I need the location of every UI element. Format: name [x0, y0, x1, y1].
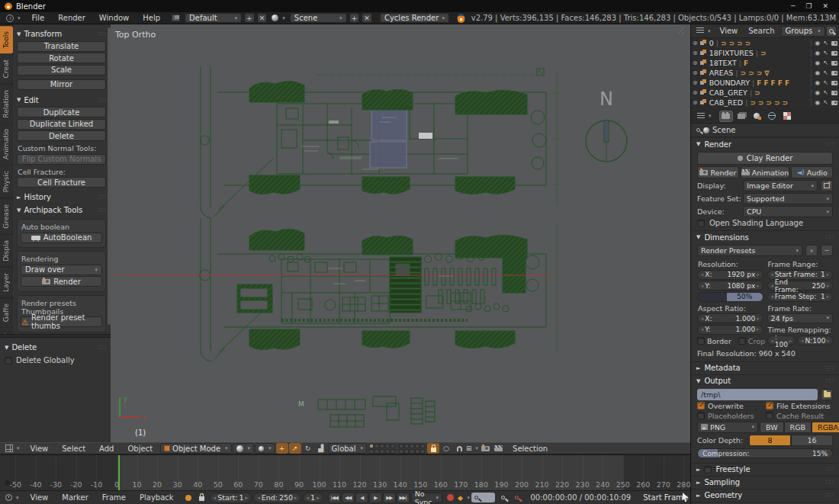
frame-rate-dropdown[interactable]: 24 fps▾ — [767, 313, 834, 323]
render-button[interactable]: Render — [697, 166, 739, 178]
animation-button[interactable]: Animation — [741, 166, 789, 178]
lock-time-button[interactable] — [196, 493, 208, 503]
menu-help[interactable]: Help — [136, 14, 167, 22]
duplicate-linked-button[interactable]: Duplicate Linked — [17, 119, 106, 130]
resolution-percentage-slider[interactable]: 50% — [697, 292, 763, 302]
tab-relation[interactable]: Relation — [0, 85, 13, 124]
layer-12[interactable] — [404, 444, 409, 448]
layer-7[interactable] — [374, 449, 379, 454]
eye-icon[interactable]: ◉ — [815, 89, 820, 96]
outliner-row[interactable]: ⊕AREAS|⊃⊃⊃∇◉↖ — [691, 68, 839, 78]
menu-window[interactable]: Window — [92, 14, 136, 22]
panel-header-archipack[interactable]: ▼Archipack Tools∷∷ — [17, 204, 106, 216]
menu-view[interactable]: View — [715, 27, 744, 35]
delete-keyframe-button[interactable] — [510, 493, 522, 503]
duplicate-button[interactable]: Duplicate — [17, 107, 106, 117]
expand-icon[interactable]: ⊕ — [693, 89, 698, 96]
depth-8-button[interactable]: 8 — [749, 435, 791, 446]
insert-keyframe-button[interactable] — [497, 493, 509, 503]
current-frame-marker[interactable] — [118, 455, 120, 490]
remap-new-field[interactable]: ◂N:100▸ — [797, 335, 833, 345]
tab-layer[interactable]: Layer — [0, 268, 13, 297]
manipulator-rotate-button[interactable]: ↻ — [302, 443, 314, 454]
scene-selector[interactable]: Scene▾ — [290, 13, 347, 23]
tab-world[interactable] — [765, 111, 779, 122]
render-preset-thumbs-button[interactable]: ⚠Render preset thumbs — [21, 316, 102, 327]
manipulator-translate-button[interactable]: + — [276, 443, 288, 454]
editor-type-selector[interactable]: ▾ — [2, 445, 23, 452]
tab-gaffe[interactable]: Gaffe — [0, 298, 13, 327]
aspect-y-field[interactable]: ◂Y:1.000▸ — [697, 325, 763, 335]
active-keying-set-field[interactable] — [471, 493, 495, 502]
osl-checkbox[interactable] — [697, 220, 705, 227]
eye-icon[interactable]: ◉ — [815, 69, 820, 76]
outliner-row[interactable]: ⊕CAB_RED|⊃⊃⊃⊃⊃◉↖ — [691, 98, 839, 108]
rgb-button[interactable]: RGB — [784, 422, 812, 433]
add-preset-button[interactable]: ＋ — [805, 245, 818, 256]
pivot-point-dropdown[interactable]: ▾ — [255, 443, 275, 454]
tab-scene[interactable] — [750, 111, 763, 122]
menu-add[interactable]: Add — [92, 445, 121, 453]
camera-icon[interactable] — [831, 51, 837, 56]
preview-range-button[interactable] — [182, 493, 194, 503]
outliner-row[interactable]: ⊕18TEXT|F◉↖ — [691, 58, 839, 68]
layer-16[interactable] — [399, 449, 403, 454]
layer-1[interactable] — [369, 444, 374, 448]
opengl-animation-button[interactable] — [492, 443, 504, 454]
delete-button[interactable]: Delete — [17, 130, 106, 141]
layer-10[interactable] — [391, 449, 395, 454]
camera-icon[interactable] — [831, 41, 837, 46]
menu-render[interactable]: Render — [51, 14, 92, 22]
delete-globally-checkbox[interactable] — [5, 357, 12, 364]
layer-20[interactable] — [420, 449, 425, 454]
viewport-shading-dropdown[interactable]: ▾ — [233, 443, 255, 454]
file-format-dropdown[interactable]: PNG▾ — [697, 422, 758, 433]
snap-toggle-button[interactable] — [453, 443, 465, 454]
menu-object[interactable]: Object — [121, 445, 159, 453]
jump-to-start-button[interactable]: |◀◀ — [328, 493, 341, 503]
remap-old-field[interactable]: ◂: 100▸ — [767, 335, 796, 345]
freestyle-checkbox[interactable] — [704, 466, 712, 474]
scene-lock-button[interactable] — [427, 443, 439, 454]
timeline-ruler[interactable]: -50-40-30-20-100102030405060708090100110… — [0, 454, 690, 490]
cursor-icon[interactable]: ↖ — [823, 89, 828, 96]
layer-11[interactable] — [399, 444, 403, 448]
overwrite-checkbox[interactable] — [697, 402, 705, 409]
viewport-3d[interactable]: N M y x Top Ortho (1) — [111, 24, 690, 442]
remove-layout-button[interactable]: ✕ — [257, 13, 268, 23]
cursor-icon[interactable]: ↖ — [823, 59, 828, 66]
camera-icon[interactable] — [831, 71, 837, 75]
new-image-button[interactable] — [821, 180, 833, 191]
render-engine-selector[interactable]: Cycles Render▾ — [380, 13, 449, 23]
camera-icon[interactable] — [831, 91, 837, 95]
draw-over-dropdown[interactable]: Draw over▾ — [21, 265, 102, 275]
panel-header-history[interactable]: ►History∷∷ — [17, 191, 106, 203]
play-button[interactable]: ▶ — [369, 493, 382, 503]
display-dropdown[interactable]: Image Editor▾ — [743, 180, 818, 191]
outliner-row[interactable]: ⊕BOUNDARY|FFFFF◉↖ — [691, 78, 839, 88]
next-keyframe-button[interactable]: ▶▶ — [383, 493, 396, 503]
start-frame-field[interactable]: ◂Start:1▸ — [210, 493, 252, 503]
transform-orientation-dropdown[interactable]: Global▾ — [328, 443, 367, 454]
proportional-edit-button[interactable]: ○ — [440, 443, 452, 454]
menu-playback[interactable]: Playback — [133, 493, 181, 502]
tab-creat[interactable]: Creat — [0, 54, 13, 83]
outliner-row[interactable]: ⊕CAB_GREY|⊃◉↖ — [691, 88, 839, 98]
tab-texture[interactable] — [780, 111, 794, 122]
compression-slider[interactable]: Compression:15% — [697, 448, 833, 458]
remove-preset-button[interactable]: − — [821, 245, 833, 256]
archipack-render-button[interactable]: Render — [21, 276, 102, 287]
aspect-x-field[interactable]: ◂X:1.000▸ — [697, 313, 763, 323]
editor-type-selector[interactable]: ▾ — [694, 113, 715, 120]
layer-14[interactable] — [415, 444, 420, 448]
eye-icon[interactable]: ◉ — [815, 79, 820, 86]
crop-checkbox[interactable] — [738, 337, 746, 345]
layers-widget[interactable] — [399, 444, 425, 454]
menu-select[interactable]: Select — [55, 445, 92, 453]
layer-6[interactable] — [369, 449, 374, 454]
panel-header-edit[interactable]: ▼Edit∷∷ — [17, 95, 106, 106]
expand-icon[interactable]: ⊕ — [693, 40, 698, 47]
keying-set-button[interactable]: ◆▾ — [458, 493, 470, 503]
layout-selector[interactable]: Default▾ — [185, 13, 242, 23]
editor-type-selector[interactable]: i▾ — [3, 14, 24, 22]
